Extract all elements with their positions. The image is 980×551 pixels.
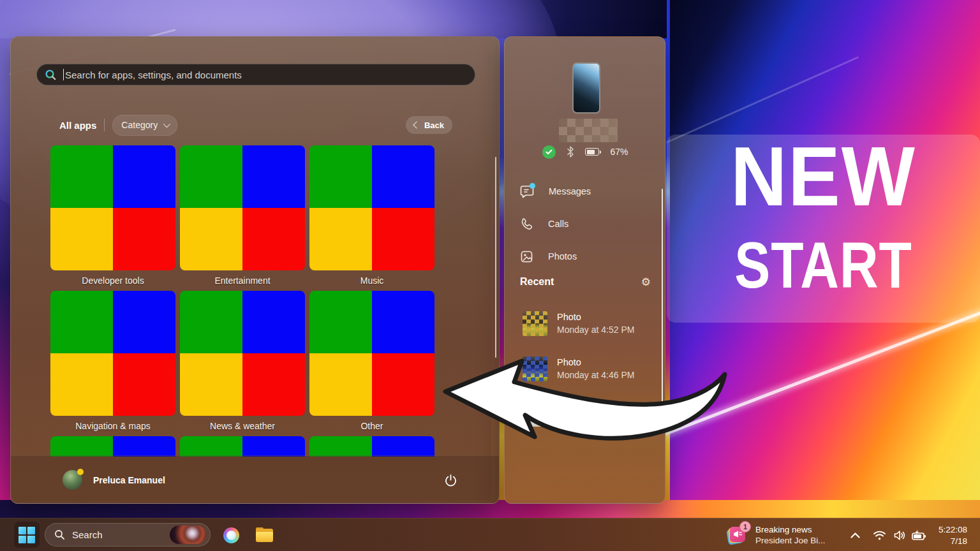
widgets-button[interactable]: 1 Breaking news President Joe Bi... [726, 523, 835, 547]
category-tile-partial[interactable] [180, 436, 305, 457]
messages-icon [520, 184, 534, 198]
chevron-up-icon [850, 533, 860, 538]
taskbar-search-label: Search [72, 529, 103, 540]
widgets-notification-badge: 1 [739, 521, 751, 533]
user-name: Preluca Emanuel [93, 475, 165, 485]
start-search-input[interactable]: Search for apps, settings, and documents [36, 64, 475, 85]
phone-menu-messages[interactable]: Messages [520, 179, 651, 204]
phone-menu-calls[interactable]: Calls [520, 211, 651, 237]
category-tile-other[interactable] [309, 291, 434, 416]
category-dropdown-label: Category [121, 120, 158, 130]
category-tile-news-weather[interactable] [180, 291, 305, 416]
news-subline: President Joe Bi... [755, 536, 826, 545]
category-tile-music[interactable] [309, 145, 434, 270]
power-icon [444, 474, 457, 487]
tile-quadrant [309, 436, 372, 457]
back-button[interactable]: Back [406, 116, 452, 134]
tile-quadrant [50, 436, 113, 457]
category-label: News & weather [180, 421, 305, 431]
tile-quadrant [242, 353, 305, 416]
tile-quadrant [50, 208, 113, 270]
category-tile-partial[interactable] [50, 436, 175, 457]
phone-menu-label: Messages [549, 186, 591, 196]
tray-battery-button[interactable] [911, 528, 926, 542]
windows-logo-icon [19, 527, 35, 543]
widgets-news-text: Breaking news President Joe Bi... [755, 525, 826, 545]
tile-quadrant [180, 145, 242, 208]
phone-battery-icon [585, 148, 599, 156]
calls-icon [520, 217, 533, 231]
tile-quadrant [113, 145, 175, 208]
battery-icon [911, 529, 926, 541]
phone-menu-photos[interactable]: Photos [520, 244, 651, 269]
tile-quadrant [50, 145, 113, 208]
category-tile-entertainment[interactable] [180, 145, 305, 270]
recent-photo-thumbnail [523, 311, 547, 336]
avatar [63, 470, 82, 490]
phone-menu-label: Calls [548, 219, 568, 229]
messages-unread-badge [530, 183, 535, 189]
category-tile-developer-tools[interactable] [50, 145, 175, 270]
tile-quadrant [113, 291, 175, 353]
recent-item-time: Monday at 4:52 PM [557, 325, 634, 335]
category-dropdown-button[interactable]: Category [112, 115, 177, 136]
recent-section-title: Recent [520, 276, 554, 288]
tile-quadrant [309, 145, 372, 208]
tile-quadrant [242, 436, 305, 457]
tile-quadrant [180, 291, 242, 353]
caption-line-new: NEW [678, 133, 969, 221]
category-label: Developer tools [50, 276, 175, 286]
gear-icon[interactable]: ⚙ [641, 277, 651, 288]
start-menu-footer: Preluca Emanuel [11, 455, 499, 503]
recent-item-title: Photo [557, 312, 634, 322]
phone-status-row: 67% [505, 142, 666, 161]
tile-quadrant [113, 353, 175, 416]
taskbar-clock[interactable]: 5:22:08 7/18 [939, 524, 967, 547]
phone-thumbnail [572, 62, 600, 114]
start-menu-scrollbar[interactable] [495, 157, 496, 358]
tray-wifi-button[interactable] [872, 528, 887, 542]
copilot-icon [223, 527, 239, 543]
taskbar: Search 1 Breaking news President Joe Bi.… [0, 518, 980, 551]
phone-battery-percent: 67% [610, 147, 628, 157]
tile-quadrant [372, 208, 434, 270]
power-button[interactable] [440, 470, 461, 490]
tile-quadrant [113, 436, 175, 457]
tile-quadrant [372, 145, 434, 208]
start-button[interactable] [14, 522, 40, 548]
tray-show-hidden-icons[interactable] [847, 528, 863, 542]
header-divider [104, 119, 105, 131]
tile-quadrant [372, 353, 434, 416]
bluetooth-icon [567, 146, 574, 158]
category-tile-partial[interactable] [309, 436, 434, 457]
news-headline: Breaking news [755, 525, 826, 534]
tile-quadrant [309, 291, 372, 353]
recent-photo-item[interactable]: Photo Monday at 4:52 PM [523, 311, 650, 342]
file-explorer-button[interactable] [255, 526, 273, 544]
tile-quadrant [180, 436, 242, 457]
tile-quadrant [309, 208, 372, 270]
phone-menu-label: Photos [548, 251, 577, 261]
connected-check-icon [542, 145, 556, 159]
widgets-icon: 1 [726, 524, 749, 547]
category-tile-navigation-maps[interactable] [50, 291, 175, 416]
search-icon [54, 529, 65, 540]
copilot-button[interactable] [222, 526, 240, 544]
phone-name-redacted [559, 119, 618, 142]
tile-quadrant [372, 436, 434, 457]
tile-quadrant [50, 353, 113, 416]
speaker-icon [893, 530, 907, 541]
tile-quadrant [242, 291, 305, 353]
taskbar-search-box[interactable]: Search [45, 523, 211, 547]
clock-date: 7/18 [939, 536, 967, 547]
search-placeholder: Search for apps, settings, and documents [65, 70, 242, 80]
category-label: Entertainment [180, 276, 305, 286]
category-tiles-grid: Developer tools Entertainment Music N [50, 145, 443, 457]
tray-volume-button[interactable] [892, 528, 907, 542]
tile-quadrant [242, 145, 305, 208]
tile-quadrant [180, 208, 242, 270]
tile-quadrant [180, 353, 242, 416]
clock-time: 5:22:08 [939, 524, 967, 536]
search-highlight-image [170, 525, 206, 544]
user-profile-button[interactable]: Preluca Emanuel [63, 470, 165, 490]
